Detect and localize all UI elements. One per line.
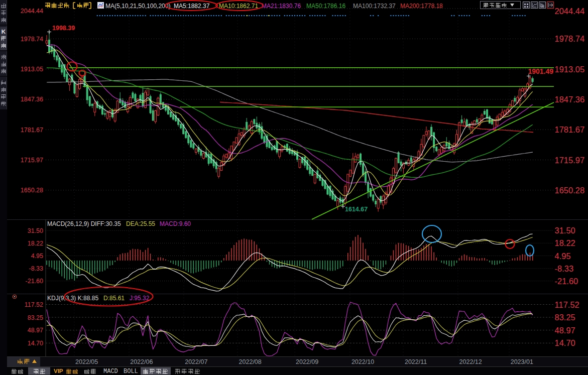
svg-text:2044.44: 2044.44 [555,7,585,16]
svg-text:1715.97: 1715.97 [555,156,585,165]
svg-text:117.52: 117.52 [555,300,579,309]
svg-text:K: K [2,29,6,35]
svg-text:MA50:1786.16: MA50:1786.16 [306,3,345,10]
svg-text:48.97: 48.97 [555,326,575,335]
svg-text:MACD:9.60: MACD:9.60 [160,220,191,227]
svg-text:83.25: 83.25 [28,314,43,321]
svg-text:4.95: 4.95 [31,253,43,260]
svg-text:MA10:1862.71: MA10:1862.71 [219,3,258,10]
svg-text:1847.36: 1847.36 [555,95,585,104]
svg-text:BOLL: BOLL [124,368,138,375]
svg-text:1781.67: 1781.67 [21,127,43,134]
svg-text:D:85.61: D:85.61 [103,295,125,302]
svg-text:1913.05: 1913.05 [21,66,43,73]
svg-text:2022/09: 2022/09 [296,358,318,365]
svg-text:4.95: 4.95 [555,252,571,261]
svg-text:1781.67: 1781.67 [555,125,585,134]
svg-text:2022/12: 2022/12 [459,358,482,365]
svg-text:2022/06: 2022/06 [130,358,153,365]
svg-text:2022/07: 2022/07 [185,358,207,365]
svg-text:KDJ(9,3,3) K:88.85: KDJ(9,3,3) K:88.85 [47,295,98,302]
svg-text:1978.74: 1978.74 [555,34,585,43]
svg-text:DEA:25.55: DEA:25.55 [126,220,155,227]
svg-text:2022/05: 2022/05 [75,358,98,365]
svg-text:1614.67: 1614.67 [345,206,368,213]
svg-text:117.52: 117.52 [25,301,43,308]
svg-text:18.22: 18.22 [555,238,575,247]
svg-text:2022/11: 2022/11 [405,358,427,365]
svg-text:-8.33: -8.33 [555,264,574,273]
svg-text:J:95.32: J:95.32 [130,295,150,302]
svg-text:-21.60: -21.60 [555,277,578,286]
svg-text:48.97: 48.97 [28,327,43,334]
svg-text:MA100:1732.37: MA100:1732.37 [353,3,396,10]
svg-text:2044.44: 2044.44 [21,8,43,15]
svg-text:VIP: VIP [54,368,63,374]
svg-text:1901.49: 1901.49 [528,67,553,75]
svg-text:MA200:1778.18: MA200:1778.18 [400,3,443,10]
svg-text:14.70: 14.70 [555,338,575,347]
svg-text:MACD(26,12,9) DIFF:30.35: MACD(26,12,9) DIFF:30.35 [47,220,121,227]
svg-text:MA5:1882.37: MA5:1882.37 [174,3,210,10]
svg-text:31.50: 31.50 [555,226,575,235]
svg-text:1650.28: 1650.28 [21,187,43,194]
svg-text:14.70: 14.70 [28,340,43,347]
svg-text:1998.39: 1998.39 [52,25,75,32]
svg-text:2023/01: 2023/01 [511,358,533,365]
svg-text:1978.74: 1978.74 [21,36,43,43]
svg-text:-21.60: -21.60 [26,278,43,285]
svg-text:2022/10: 2022/10 [351,358,374,365]
svg-text:MA21:1830.76: MA21:1830.76 [262,3,301,10]
svg-text:-8.33: -8.33 [29,265,44,272]
svg-text:1847.36: 1847.36 [21,96,43,103]
svg-text:MACD: MACD [103,368,118,375]
svg-text:1715.97: 1715.97 [21,157,43,164]
svg-text:1650.28: 1650.28 [555,186,585,195]
svg-text:MA(5,10,21,50,100,200): MA(5,10,21,50,100,200) [105,3,170,10]
svg-text:2022/08: 2022/08 [239,358,262,365]
svg-text:18.22: 18.22 [28,240,43,247]
svg-text:31.50: 31.50 [28,227,43,234]
svg-text:1913.05: 1913.05 [555,65,585,74]
svg-text:83.25: 83.25 [555,313,575,322]
